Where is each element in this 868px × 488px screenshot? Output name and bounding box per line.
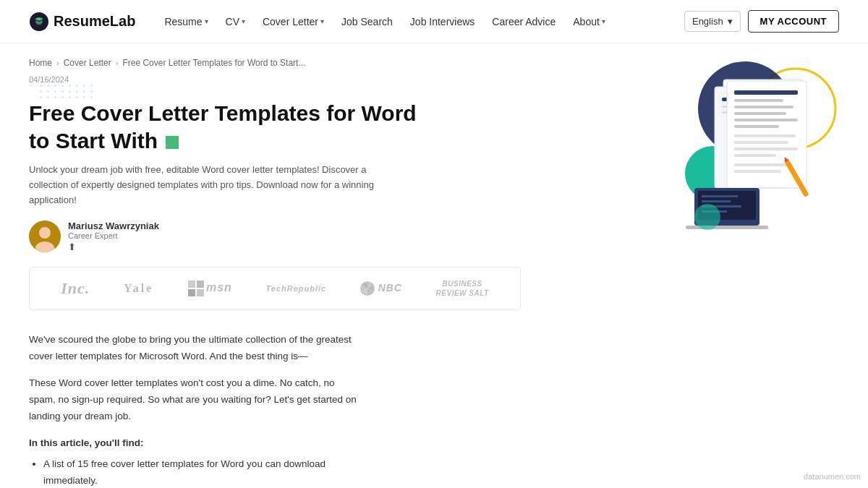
nbc-logo-icon: [360, 281, 375, 296]
svg-rect-47: [686, 226, 768, 229]
svg-point-50: [694, 204, 720, 230]
svg-rect-29: [734, 90, 798, 95]
author-info: Mariusz Wawrzyniak Career Expert ⬆: [68, 221, 159, 252]
svg-rect-38: [734, 154, 776, 157]
breadcrumb-cover-letter[interactable]: Cover Letter: [64, 58, 111, 68]
svg-rect-37: [734, 147, 798, 150]
logo-icon: [29, 12, 49, 32]
chevron-down-icon: ▾: [320, 17, 324, 25]
header: ResumeLab Resume ▾ CV ▾ Cover Letter ▾ J…: [0, 0, 868, 43]
logo[interactable]: ResumeLab: [29, 12, 135, 32]
nav-item-resume[interactable]: Resume ▾: [157, 10, 215, 33]
press-logo-inc: Inc.: [61, 279, 90, 298]
article-in-title: In this article, you'll find:: [29, 435, 362, 452]
breadcrumb-separator: ›: [56, 59, 59, 67]
svg-rect-6: [197, 281, 204, 288]
svg-rect-31: [734, 106, 793, 108]
article-bullets: A list of 15 free cover letter templates…: [43, 456, 362, 488]
header-right: English ▾ MY ACCOUNT: [684, 10, 839, 33]
author-name: Mariusz Wawrzyniak: [68, 221, 159, 231]
article-body: We've scoured the globe to bring you the…: [29, 332, 362, 488]
press-logo-techrepublic: TechRepublic: [265, 284, 326, 293]
svg-rect-32: [734, 112, 786, 115]
svg-point-3: [39, 227, 51, 239]
article-para-2: These Word cover letter templates won't …: [29, 375, 362, 425]
avatar: [29, 221, 61, 252]
article-para-1: We've scoured the globe to bring you the…: [29, 332, 362, 365]
svg-rect-30: [734, 99, 783, 102]
main-content: Home › Cover Letter › Free Cover Letter …: [0, 43, 868, 488]
svg-rect-35: [734, 134, 796, 137]
svg-rect-5: [188, 281, 195, 288]
press-logo-yale: Yale: [124, 282, 153, 295]
svg-rect-33: [734, 119, 798, 121]
article-content: Home › Cover Letter › Free Cover Letter …: [29, 58, 521, 488]
hero-illustration-svg: [651, 51, 839, 239]
breadcrumb-separator: ›: [116, 59, 119, 67]
svg-rect-36: [734, 141, 788, 144]
svg-rect-43: [702, 195, 738, 197]
press-logo-business-review: BUSINESSREVIEW SALT: [436, 279, 489, 298]
svg-rect-34: [734, 125, 779, 128]
press-logo-msn: msn: [187, 280, 232, 297]
svg-rect-40: [734, 170, 781, 173]
breadcrumb-current: Free Cover Letter Templates for Word to …: [122, 58, 305, 68]
breadcrumb: Home › Cover Letter › Free Cover Letter …: [29, 58, 521, 68]
nav-item-about[interactable]: About ▾: [566, 10, 613, 33]
nav-item-job-interviews[interactable]: Job Interviews: [403, 10, 482, 33]
chevron-down-icon: ▾: [205, 17, 208, 25]
breadcrumb-home[interactable]: Home: [29, 58, 52, 68]
press-logos-bar: Inc. Yale msn TechRepublic: [29, 267, 521, 310]
msn-logo-icon: [187, 280, 205, 297]
chevron-down-icon: ▾: [602, 17, 605, 25]
article-title: Free Cover Letter Templates for Word to …: [29, 100, 434, 154]
hero-illustration: [651, 51, 839, 241]
article-bullet-1: A list of 15 free cover letter templates…: [43, 456, 362, 488]
chevron-down-icon: ▾: [728, 16, 733, 27]
main-nav: Resume ▾ CV ▾ Cover Letter ▾ Job Search …: [157, 10, 684, 33]
svg-rect-44: [702, 200, 731, 202]
nav-item-career-advice[interactable]: Career Advice: [485, 10, 563, 33]
author-row: Mariusz Wawrzyniak Career Expert ⬆: [29, 221, 521, 252]
title-accent-icon: [166, 136, 179, 149]
press-logo-nbc: NBC: [360, 281, 402, 296]
language-selector[interactable]: English ▾: [684, 11, 741, 32]
my-account-button[interactable]: MY ACCOUNT: [748, 10, 839, 33]
article-date: 04/16/2024: [29, 75, 521, 84]
svg-rect-39: [734, 163, 792, 166]
chevron-down-icon: ▾: [242, 17, 245, 25]
svg-rect-7: [188, 289, 195, 296]
article-subtitle: Unlock your dream job with free, editabl…: [29, 163, 391, 207]
share-icon[interactable]: ⬆: [68, 241, 159, 252]
nav-item-cover-letter[interactable]: Cover Letter ▾: [255, 10, 331, 33]
nav-item-job-search[interactable]: Job Search: [334, 10, 400, 33]
svg-rect-8: [197, 289, 204, 296]
decorative-dots: [40, 85, 94, 98]
nav-item-cv[interactable]: CV ▾: [218, 10, 252, 33]
watermark: datanumen.com: [804, 472, 861, 481]
author-job-title: Career Expert: [68, 231, 159, 240]
